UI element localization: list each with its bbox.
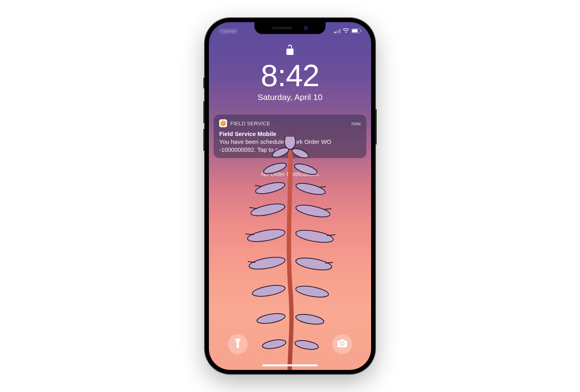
unlock-icon [285,43,295,58]
lock-screen-date: Saturday, April 10 [258,92,322,102]
notification-app-name: FIELD SERVICE [230,121,351,126]
device-notch [254,22,326,34]
svg-point-12 [246,227,286,244]
svg-point-6 [262,161,287,176]
notification-timestamp: now [351,121,361,126]
mute-switch[interactable] [203,77,205,89]
svg-point-16 [252,283,286,298]
status-carrier-text: Carrier [220,28,237,34]
svg-point-17 [295,284,330,299]
power-button[interactable] [375,109,377,145]
wifi-icon [343,28,349,33]
volume-up-button[interactable] [203,101,205,123]
svg-rect-2 [361,30,362,32]
svg-point-19 [295,313,325,326]
svg-point-15 [295,256,332,272]
cellular-signal-icon [334,29,341,33]
svg-point-14 [248,255,286,271]
phone-device-frame: Carrier 8:42 Saturday, April 10 [205,18,375,374]
lock-screen-header: 8:42 Saturday, April 10 [209,43,371,102]
volume-down-button[interactable] [203,129,205,151]
svg-rect-1 [352,29,358,32]
svg-line-22 [255,185,262,187]
status-right-group [334,28,362,33]
camera-button[interactable] [332,334,352,354]
notification-header: FIELD SERVICE now [219,119,361,127]
flashlight-button[interactable] [228,334,248,354]
svg-point-8 [254,180,286,196]
svg-point-5 [291,147,310,160]
svg-point-9 [295,181,326,197]
svg-point-10 [250,202,286,218]
home-indicator[interactable] [262,364,318,366]
front-camera [304,26,308,30]
notification-app-icon [219,119,227,127]
svg-point-13 [295,228,334,245]
battery-icon [351,28,362,33]
svg-point-11 [295,203,331,219]
camera-icon [337,339,347,349]
notification-title: Field Service Mobile [219,130,361,137]
svg-line-25 [324,209,331,209]
phone-screen[interactable]: Carrier 8:42 Saturday, April 10 [209,22,371,370]
speaker-grille [272,27,292,29]
svg-point-4 [271,146,290,159]
svg-line-24 [250,207,257,209]
flashlight-icon [234,338,242,350]
svg-point-18 [256,312,286,325]
lock-screen-time: 8:42 [261,60,319,91]
svg-line-23 [319,187,326,187]
svg-point-3 [284,137,296,149]
quick-actions-row [209,334,371,354]
svg-point-7 [293,162,318,177]
